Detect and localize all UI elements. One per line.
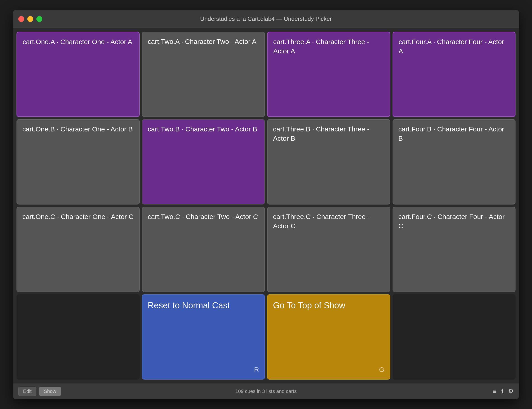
cart-cell-two-b[interactable]: cart.Two.B · Character Two - Actor B [142, 119, 265, 204]
goto-top-button[interactable]: Go To Top of Show G [267, 294, 390, 380]
edit-button[interactable]: Edit [18, 387, 36, 396]
traffic-lights [18, 16, 42, 22]
maximize-button[interactable] [36, 16, 42, 22]
titlebar: Understudies a la Cart.qlab4 — Understud… [13, 10, 519, 28]
status-text: 109 cues in 3 lists and carts [235, 388, 297, 394]
window-title: Understudies a la Cart.qlab4 — Understud… [200, 15, 332, 22]
cart-cell-one-c[interactable]: cart.One.C · Character One - Actor C [17, 207, 140, 292]
cart-cell-three-b[interactable]: cart.Three.B · Character Three - Actor B [267, 119, 390, 204]
settings-icon[interactable]: ⚙ [508, 388, 514, 395]
cart-cell-four-b[interactable]: cart.Four.B · Character Four - Actor B [393, 119, 516, 204]
cart-cell-four-a[interactable]: cart.Four.A · Character Four - Actor A [393, 32, 516, 117]
cart-cell-one-b[interactable]: cart.One.B · Character One - Actor B [17, 119, 140, 204]
empty-cell-2 [393, 294, 516, 380]
cart-cell-four-c[interactable]: cart.Four.C · Character Four - Actor C [393, 207, 516, 292]
statusbar-left: Edit Show [18, 387, 61, 396]
list-icon[interactable]: ≡ [493, 388, 496, 395]
cart-cell-three-a[interactable]: cart.Three.A · Character Three - Actor A [267, 32, 390, 117]
cart-cell-two-c[interactable]: cart.Two.C · Character Two - Actor C [142, 207, 265, 292]
cart-cell-two-a[interactable]: cart.Two.A · Character Two - Actor A [142, 32, 265, 117]
cart-cell-three-c[interactable]: cart.Three.C · Character Three - Actor C [267, 207, 390, 292]
close-button[interactable] [18, 16, 24, 22]
reset-cast-button[interactable]: Reset to Normal Cast R [142, 294, 265, 380]
statusbar: Edit Show 109 cues in 3 lists and carts … [13, 383, 519, 399]
show-button[interactable]: Show [39, 387, 61, 396]
empty-cell-1 [17, 294, 140, 380]
info-icon[interactable]: ℹ [501, 388, 504, 395]
statusbar-right: ≡ ℹ ⚙ [493, 388, 514, 395]
minimize-button[interactable] [27, 16, 33, 22]
main-window: Understudies a la Cart.qlab4 — Understud… [13, 10, 519, 399]
main-grid: cart.One.A · Character One - Actor A car… [13, 28, 519, 383]
cart-cell-one-a[interactable]: cart.One.A · Character One - Actor A [17, 32, 140, 117]
